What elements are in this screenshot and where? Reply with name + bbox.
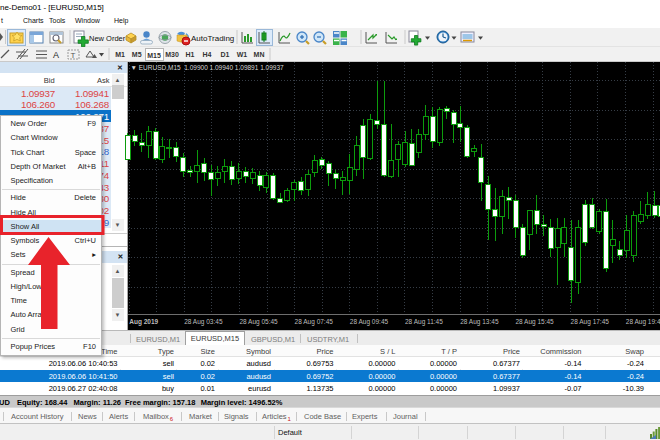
svg-text:T: T	[71, 51, 76, 60]
svg-text:New Order: New Order	[89, 34, 126, 43]
svg-text:A: A	[53, 50, 59, 60]
svg-text:AutoTrading: AutoTrading	[191, 34, 234, 43]
